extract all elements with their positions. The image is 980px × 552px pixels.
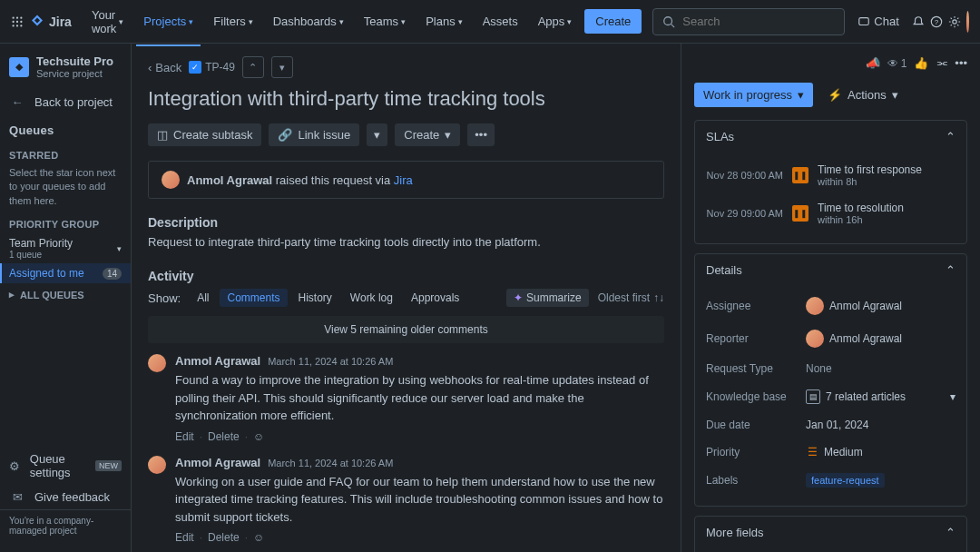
priority-field[interactable]: ☰Medium [806, 446, 956, 458]
starred-hint: Select the star icon next to your queues… [0, 164, 131, 210]
more-icon[interactable]: ••• [955, 56, 967, 70]
svg-point-14 [953, 19, 956, 23]
link-issue-button[interactable]: 🔗Link issue [269, 123, 359, 146]
nav-your-work[interactable]: Your work▾ [84, 3, 131, 41]
share-icon[interactable]: ⫘ [936, 56, 947, 70]
load-older-comments[interactable]: View 5 remaining older comments [148, 316, 664, 343]
search-input[interactable] [652, 8, 845, 35]
reporter-avatar [806, 330, 824, 348]
chat-button[interactable]: Chat [850, 11, 906, 32]
more-fields-panel-toggle[interactable]: More fields⌃ [695, 517, 966, 548]
create-button[interactable]: Create [584, 9, 642, 34]
feedback-icon: ✉ [9, 490, 25, 504]
svg-point-6 [12, 25, 14, 26]
request-raised-banner: Anmol Agrawal raised this request via Ji… [148, 161, 664, 199]
tab-comments[interactable]: Comments [220, 289, 287, 307]
comment-author[interactable]: Anmol Agrawal [175, 456, 260, 469]
nav-assets[interactable]: Assets [475, 9, 525, 34]
knowledge-base-field[interactable]: ▤7 related articles▾ [806, 389, 956, 404]
show-label: Show: [148, 291, 181, 305]
comment-item: Anmol AgrawalMarch 11, 2024 at 10:26 AM … [148, 354, 664, 443]
status-dropdown[interactable]: Work in progress▾ [694, 83, 813, 107]
assignee-avatar [806, 297, 824, 315]
comment-delete[interactable]: Delete [208, 430, 240, 443]
nav-plans[interactable]: Plans▾ [418, 9, 470, 34]
assignee-field[interactable]: Anmol Agrawal [806, 297, 956, 315]
nav-teams[interactable]: Teams▾ [357, 9, 413, 34]
comment-react-icon[interactable]: ☺ [253, 531, 264, 544]
team-priority-queue[interactable]: Team Priority1 queue ▾ [0, 233, 131, 263]
queue-settings-link[interactable]: ⚙Queue settingsNEW [0, 447, 131, 485]
notifications-icon[interactable] [912, 9, 925, 34]
link-dropdown[interactable]: ▾ [367, 123, 387, 146]
field-label: Priority [706, 446, 806, 458]
gear-icon: ⚙ [9, 459, 21, 473]
labels-field[interactable]: feature-request [806, 473, 956, 488]
issue-key-link[interactable]: ✓TP-49 [189, 61, 235, 74]
field-label: Due date [706, 419, 806, 431]
all-queues-toggle[interactable]: ▸ALL QUEUES [0, 283, 131, 306]
hierarchy-dropdown[interactable]: ▾ [271, 56, 293, 78]
activity-heading: Activity [148, 269, 664, 283]
tab-approvals[interactable]: Approvals [404, 289, 466, 307]
hierarchy-button[interactable]: ⌃ [242, 56, 264, 78]
project-icon: ◆ [9, 57, 29, 77]
comment-avatar [148, 354, 166, 372]
svg-text:?: ? [935, 17, 939, 25]
back-button[interactable]: ‹Back [148, 61, 181, 74]
nav-filters[interactable]: Filters▾ [206, 9, 260, 34]
nav-apps[interactable]: Apps▾ [531, 9, 580, 34]
tab-worklog[interactable]: Work log [343, 289, 400, 307]
create-dropdown[interactable]: Create▾ [395, 123, 460, 146]
user-avatar[interactable] [966, 11, 969, 33]
nav-dashboards[interactable]: Dashboards▾ [266, 9, 351, 34]
issue-title[interactable]: Integration with third-party time tracki… [148, 87, 664, 111]
tab-history[interactable]: History [291, 289, 339, 307]
sla-row: Nov 29 09:00 AM ❚❚ Time to resolutionwit… [706, 194, 956, 232]
comment-edit[interactable]: Edit [175, 531, 194, 544]
create-subtask-button[interactable]: ◫Create subtask [148, 123, 261, 146]
svg-point-3 [12, 20, 14, 22]
label-chip[interactable]: feature-request [806, 473, 885, 488]
comment-delete[interactable]: Delete [208, 531, 240, 544]
due-date-field[interactable]: Jan 01, 2024 [806, 419, 956, 431]
assigned-to-me-queue[interactable]: Assigned to me 14 [0, 263, 131, 283]
details-panel-toggle[interactable]: Details⌃ [695, 254, 966, 286]
app-switcher-icon[interactable] [11, 11, 24, 33]
comment-react-icon[interactable]: ☺ [253, 430, 264, 443]
nav-projects[interactable]: Projects▾ [136, 9, 201, 34]
more-actions-button[interactable]: ••• [467, 123, 495, 146]
watchers-button[interactable]: 👁1 [887, 57, 907, 70]
tab-all[interactable]: All [190, 289, 216, 307]
chevron-left-icon: ‹ [148, 61, 152, 74]
comment-text: Working on a user guide and FAQ for our … [175, 473, 664, 527]
comment-edit[interactable]: Edit [175, 430, 194, 443]
priority-group-heading: PRIORITY GROUP [0, 210, 131, 233]
help-icon[interactable]: ? [930, 9, 943, 34]
sort-button[interactable]: Oldest first↑↓ [598, 291, 664, 304]
chevron-down-icon: ▾ [798, 88, 804, 102]
sidebar-footer: You're in a company-managed project [0, 509, 131, 541]
settings-icon[interactable] [948, 9, 961, 34]
svg-point-2 [20, 16, 22, 18]
summarize-button[interactable]: ✦Summarize [506, 289, 589, 307]
pause-icon: ❚❚ [792, 167, 808, 183]
raised-via-link[interactable]: Jira [394, 173, 413, 187]
request-type-field[interactable]: None [806, 362, 956, 375]
reporter-field[interactable]: Anmol Agrawal [806, 330, 956, 348]
description-text[interactable]: Request to integrate third-party time tr… [148, 235, 664, 249]
like-icon[interactable]: 👍 [914, 56, 928, 70]
give-feedback-link[interactable]: ✉Give feedback [0, 485, 131, 509]
slas-panel-toggle[interactable]: SLAs⌃ [695, 121, 966, 153]
chevron-up-icon: ⌃ [946, 130, 956, 143]
feedback-icon[interactable]: 📣 [866, 56, 880, 70]
svg-point-1 [16, 16, 18, 18]
comment-author[interactable]: Anmol Agrawal [175, 354, 260, 368]
jira-logo[interactable]: Jira [29, 14, 72, 30]
actions-dropdown[interactable]: ⚡Actions▾ [820, 83, 906, 107]
back-to-project-link[interactable]: ←Back to project [0, 90, 131, 114]
svg-point-0 [12, 16, 14, 18]
svg-point-5 [20, 20, 22, 22]
eye-icon: 👁 [887, 57, 898, 70]
field-label: Assignee [706, 300, 806, 312]
